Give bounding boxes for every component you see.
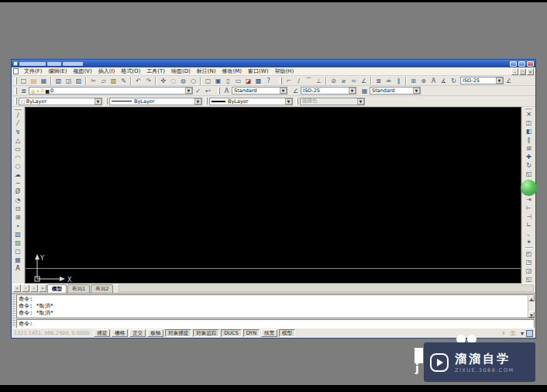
- horizontal-scrollbar[interactable]: [119, 284, 534, 292]
- rectangle-icon[interactable]: ▭: [13, 145, 23, 153]
- scroll-down-icon[interactable]: ▼: [528, 311, 535, 318]
- toolbar-grip[interactable]: [218, 88, 220, 95]
- dim-jogged-icon[interactable]: ≈: [349, 77, 359, 85]
- new-file-icon[interactable]: □: [19, 77, 29, 85]
- open-file-icon[interactable]: ▤: [29, 77, 39, 85]
- tolerance-icon[interactable]: ⊞: [408, 77, 418, 85]
- status-otrack[interactable]: 对象追踪: [193, 329, 219, 337]
- mirror-icon[interactable]: ◧: [524, 127, 534, 136]
- window-minimize-button[interactable]: [510, 61, 517, 67]
- toolbar-grip[interactable]: [525, 108, 532, 109]
- menu-file[interactable]: 文件(F): [21, 67, 46, 76]
- make-block-icon[interactable]: ⊞: [13, 213, 23, 222]
- polyline-icon[interactable]: ↯: [13, 128, 23, 136]
- copy-object-icon[interactable]: ◫: [524, 119, 534, 127]
- drawing-canvas[interactable]: Y X: [25, 107, 521, 284]
- draworder-under-icon[interactable]: ◱: [524, 275, 534, 284]
- window-restore-button[interactable]: [518, 61, 525, 67]
- toolbar-grip[interactable]: [105, 98, 108, 105]
- toolbar-grip[interactable]: [15, 98, 17, 105]
- tab-nav-last[interactable]: »: [39, 284, 46, 292]
- point-icon[interactable]: ∙: [13, 222, 23, 230]
- chevron-down-icon[interactable]: ▼: [280, 88, 287, 94]
- status-osnap[interactable]: 对象捕捉: [165, 329, 191, 337]
- menu-modify[interactable]: 修改(M): [218, 67, 245, 76]
- text-style-combo[interactable]: Standard ▼: [232, 87, 287, 95]
- toolbar-grip[interactable]: [280, 77, 282, 84]
- zoom-realtime-icon[interactable]: ◌: [168, 77, 178, 85]
- ellipse-icon[interactable]: Ø: [13, 187, 23, 196]
- save-file-icon[interactable]: ▦: [39, 77, 49, 85]
- break-icon[interactable]: ⊣: [524, 212, 534, 221]
- scroll-up-icon[interactable]: ▲: [528, 295, 535, 301]
- menu-draw[interactable]: 绘图(D): [168, 67, 194, 76]
- undo-icon[interactable]: ↶: [133, 77, 143, 85]
- dim-aligned-icon[interactable]: ∕: [294, 77, 304, 85]
- table-icon[interactable]: ▦: [13, 256, 23, 264]
- text-style-icon[interactable]: A: [222, 87, 232, 95]
- paste-icon[interactable]: ▥: [108, 77, 119, 85]
- toolbar-grip[interactable]: [15, 77, 17, 84]
- doc-restore-button[interactable]: □: [519, 68, 526, 75]
- chevron-down-icon[interactable]: ▼: [285, 98, 292, 105]
- menu-dimension[interactable]: 标注(N): [194, 67, 219, 76]
- menu-help[interactable]: 帮助(H): [271, 67, 297, 76]
- dim-style-combo-2[interactable]: ISO-25 ▼: [301, 87, 356, 95]
- color-combo[interactable]: □ ByLayer ▼: [19, 98, 102, 105]
- status-ducs[interactable]: DUCS: [221, 329, 241, 337]
- command-scrollbar[interactable]: ▲ ▼: [528, 295, 535, 318]
- ellipse-arc-icon[interactable]: ◔: [13, 196, 23, 205]
- revision-cloud-icon[interactable]: ☁: [13, 170, 23, 179]
- command-history[interactable]: 命令:命令: *取消*命令: *取消* ▲ ▼: [16, 294, 535, 318]
- tool-palettes-icon[interactable]: ▯: [223, 77, 233, 85]
- menu-insert[interactable]: 插入(I): [95, 67, 119, 76]
- multiline-text-icon[interactable]: A: [13, 264, 23, 273]
- status-lwt[interactable]: 线宽: [261, 329, 277, 337]
- window-close-button[interactable]: [527, 61, 534, 67]
- doc-close-button[interactable]: ×: [527, 68, 534, 75]
- command-window-grip[interactable]: [12, 294, 15, 327]
- toolbar-grip[interactable]: [15, 88, 17, 95]
- toolbar-grip[interactable]: [296, 98, 298, 105]
- status-dyn[interactable]: DYN: [243, 329, 260, 337]
- title-bar[interactable]: [12, 60, 535, 67]
- dim-update-icon[interactable]: ↻: [449, 77, 459, 85]
- plot-icon[interactable]: ▧: [53, 77, 64, 85]
- lineweight-combo[interactable]: ByLayer ▼: [209, 98, 293, 105]
- scale-icon[interactable]: ◱: [524, 170, 534, 178]
- erase-icon[interactable]: ✕: [524, 110, 534, 119]
- tab-model[interactable]: 模型: [47, 284, 67, 293]
- tray-menu-arrow-icon[interactable]: ▾: [518, 329, 526, 338]
- match-properties-icon[interactable]: ✎: [119, 77, 129, 85]
- arc-icon[interactable]: ◠: [13, 153, 23, 162]
- dim-ordinate-icon[interactable]: ⊥: [314, 77, 324, 85]
- dim-style-combo[interactable]: ISO-25 ▼: [460, 77, 504, 84]
- drawn-horizontal-line[interactable]: [26, 268, 521, 269]
- layer-properties-manager-icon[interactable]: ≣: [19, 87, 29, 95]
- move-icon[interactable]: ✚: [524, 153, 534, 161]
- redo-icon[interactable]: ↷: [143, 77, 153, 85]
- clean-screen-button[interactable]: [526, 330, 533, 337]
- quickcalc-icon[interactable]: ▩: [253, 77, 263, 85]
- markup-set-manager-icon[interactable]: ◪: [243, 77, 253, 85]
- zoom-previous-icon[interactable]: ○: [188, 77, 198, 85]
- help-icon[interactable]: ?: [263, 77, 274, 85]
- status-model[interactable]: 模型: [279, 329, 295, 337]
- dim-style-dialog-icon[interactable]: ∠: [504, 77, 514, 85]
- dim-linear-icon[interactable]: ⌐: [284, 77, 294, 85]
- tab-layout2[interactable]: 布局2: [91, 284, 113, 293]
- toolbar-lock-icon[interactable]: ⚿: [509, 329, 517, 338]
- menu-view[interactable]: 视图(V): [70, 67, 95, 76]
- dim-style-icon[interactable]: ∠: [291, 87, 301, 95]
- dim-text-edit-icon[interactable]: ∡: [439, 77, 449, 85]
- sheet-set-manager-icon[interactable]: ▭: [233, 77, 243, 85]
- tab-layout1[interactable]: 布局1: [67, 284, 90, 293]
- offset-icon[interactable]: ∥: [524, 136, 534, 144]
- dim-edit-icon[interactable]: A: [428, 77, 439, 85]
- properties-palette-icon[interactable]: ▢: [203, 77, 213, 85]
- doc-minimize-button[interactable]: –: [511, 68, 518, 75]
- polygon-icon[interactable]: △: [13, 136, 23, 145]
- chevron-down-icon[interactable]: ▼: [413, 88, 420, 94]
- dim-radius-icon[interactable]: ⊘: [329, 77, 339, 85]
- circle-icon[interactable]: ○: [13, 162, 23, 170]
